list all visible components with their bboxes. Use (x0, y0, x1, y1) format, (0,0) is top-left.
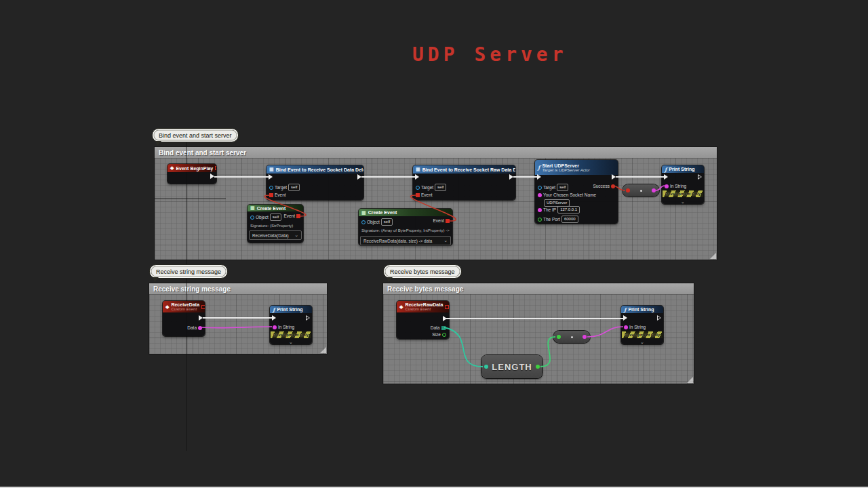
object-value[interactable]: self (270, 214, 281, 221)
exec-out-pin[interactable] (357, 174, 361, 180)
string-out-pin[interactable] (652, 188, 656, 192)
success-pin[interactable] (611, 184, 615, 188)
exec-out-pin[interactable] (306, 315, 310, 321)
exec-in-pin[interactable] (623, 315, 627, 321)
node-bind-event-rawdata[interactable]: Bind Event to Receive Socket Raw Data De… (413, 165, 515, 200)
bookmark-receive-string[interactable]: Receive string message (149, 264, 228, 279)
delegate-pin[interactable] (445, 305, 449, 309)
success-label: Success (593, 184, 610, 188)
function-icon (665, 166, 667, 173)
target-label: Target (421, 185, 433, 190)
expand-chevron-icon[interactable] (662, 199, 704, 204)
data-array-out-pin[interactable] (441, 326, 446, 330)
target-pin[interactable] (538, 186, 542, 190)
node-title: Print String (628, 307, 654, 312)
int-in-pin[interactable] (557, 335, 561, 339)
development-only-band: Development Only (663, 190, 703, 197)
exec-out-pin[interactable] (509, 174, 513, 180)
event-icon (170, 165, 174, 171)
delegate-pin[interactable] (201, 305, 205, 309)
signature-text: Signature: (Array of ByteProperty, IntPr… (361, 228, 450, 232)
port-pin[interactable] (538, 218, 542, 222)
bool-in-pin[interactable] (626, 188, 630, 192)
object-value[interactable]: self (381, 218, 393, 226)
exec-out-pin[interactable] (199, 315, 203, 321)
target-value[interactable]: self (557, 184, 568, 191)
bookmark-receive-bytes[interactable]: Receive bytes message (383, 264, 462, 279)
exec-in-pin[interactable] (664, 174, 668, 180)
node-receive-raw-data[interactable]: ReceiveRawData Custom Event Data Size (397, 301, 449, 339)
ip-input[interactable]: 127.0.0.1 (557, 206, 580, 214)
exec-in-pin[interactable] (272, 315, 276, 321)
size-out-pin[interactable] (442, 333, 446, 337)
event-label: Event (433, 218, 444, 223)
event-label: Event (421, 192, 433, 197)
comment-header-bytes[interactable]: Receive bytes message (383, 283, 694, 294)
event-select-dropdown[interactable]: ReceiveData(Data) (249, 230, 302, 240)
signature-text: Signature: (StrProperty) (250, 224, 300, 228)
exec-out-pin[interactable] (698, 174, 702, 180)
object-label: Object (367, 220, 380, 224)
in-string-pin[interactable] (665, 184, 669, 188)
in-string-pin[interactable] (273, 325, 277, 329)
socket-name-pin[interactable] (538, 193, 542, 197)
comment-title: Bind event and start server (159, 149, 246, 157)
comment-title: Receive string message (153, 285, 231, 293)
node-array-length[interactable]: LENGTH (481, 355, 542, 378)
event-out-pin[interactable] (446, 219, 450, 223)
node-title: Bind Event to Receive Socket Data Delega… (276, 167, 363, 172)
node-create-event-bytes[interactable]: Create Event Object self Event Signature… (359, 209, 452, 245)
grid-origin-horizontal (155, 198, 226, 199)
delegate-pin[interactable] (215, 166, 216, 170)
expand-chevron-icon[interactable] (270, 340, 312, 344)
node-title: Create Event (257, 206, 286, 211)
event-icon (165, 304, 169, 310)
node-bool-to-string[interactable] (623, 184, 659, 197)
node-print-string-bytes[interactable]: Print String In String Development Only (621, 306, 663, 344)
event-select-dropdown[interactable]: ReceiveRawData(data, size) -> data (360, 236, 451, 245)
node-receive-data[interactable]: ReceiveData Custom Event Data (163, 301, 205, 336)
array-in-pin[interactable] (484, 365, 488, 369)
exec-in-pin[interactable] (537, 174, 541, 180)
node-print-string-string[interactable]: Print String In String Development Only (270, 306, 312, 344)
exec-out-pin[interactable] (612, 174, 616, 180)
exec-in-pin[interactable] (269, 174, 273, 180)
node-int-to-string[interactable] (553, 331, 590, 343)
node-event-beginplay[interactable]: Event BeginPlay (167, 164, 216, 184)
target-value[interactable]: self (435, 184, 446, 191)
bookmark-bind-event[interactable]: Bind event and start server (152, 128, 239, 142)
node-print-string-top[interactable]: Print String In String Development Only (662, 165, 704, 204)
node-create-event-string[interactable]: Create Event Object self Event Signature… (248, 205, 303, 243)
exec-out-pin[interactable] (443, 316, 447, 321)
capsule-dot-icon (640, 190, 642, 192)
port-input[interactable]: 60000 (561, 216, 578, 223)
exec-out-pin[interactable] (210, 174, 214, 179)
object-pin[interactable] (250, 216, 254, 220)
target-pin[interactable] (416, 186, 420, 190)
ip-label: The IP (543, 207, 556, 212)
object-pin[interactable] (361, 220, 366, 224)
string-out-pin[interactable] (583, 335, 587, 339)
node-title: Start UDPServer (542, 163, 578, 168)
data-out-pin[interactable] (198, 326, 202, 330)
int-out-pin[interactable] (536, 365, 540, 369)
comment-header-string[interactable]: Receive string message (149, 283, 327, 294)
socket-name-label: Your Chosen Socket Name (543, 192, 596, 197)
expand-chevron-icon[interactable] (621, 340, 663, 344)
target-value[interactable]: self (288, 184, 300, 191)
event-label: Event (283, 214, 295, 218)
exec-out-pin[interactable] (657, 315, 661, 321)
node-start-udpserver[interactable]: Start UDPServer Target is UDPServer Acto… (535, 160, 618, 224)
ip-pin[interactable] (538, 208, 542, 212)
event-out-pin[interactable] (296, 214, 300, 218)
exec-in-pin[interactable] (415, 174, 419, 180)
node-subtitle: Target is UDPServer Actor (542, 168, 589, 172)
target-pin[interactable] (269, 186, 273, 190)
node-bind-event-data[interactable]: Bind Event to Receive Socket Data Delega… (267, 165, 363, 200)
in-string-pin[interactable] (624, 325, 628, 329)
comment-header-bind[interactable]: Bind event and start server (155, 147, 717, 158)
development-only-band: Development Only (622, 331, 663, 338)
event-delegate-pin[interactable] (269, 193, 273, 197)
event-delegate-pin[interactable] (416, 193, 420, 197)
node-subtitle: Custom Event (171, 307, 199, 311)
